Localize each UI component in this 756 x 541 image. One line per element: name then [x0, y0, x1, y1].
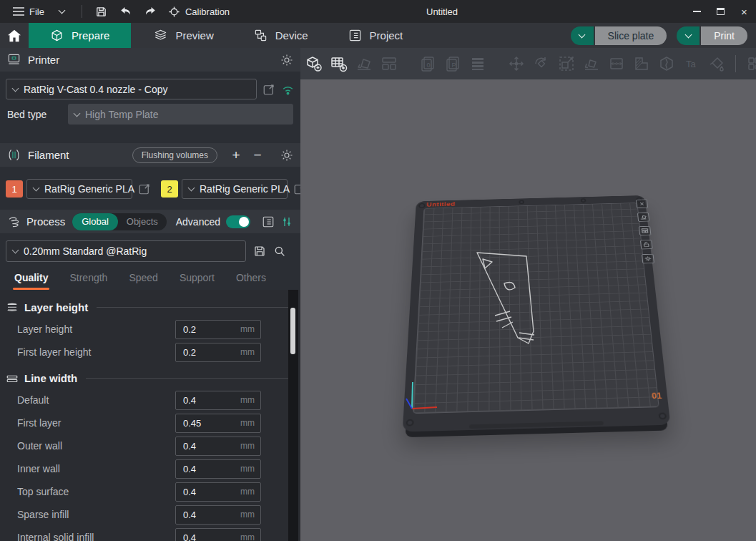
printer-preset-select[interactable]: RatRig V-Cast 0.4 nozzle - Copy	[6, 79, 257, 99]
tab-others[interactable]: Others	[236, 272, 266, 290]
filament-2-swatch[interactable]: 2	[161, 180, 178, 198]
advanced-toggle[interactable]	[226, 215, 250, 228]
process-preset-row: 0.20mm Standard @RatRig	[0, 240, 300, 262]
filament-1-select[interactable]: RatRig Generic PLA	[26, 179, 132, 199]
param-input[interactable]: 0.2 mm	[175, 320, 261, 339]
home-button[interactable]	[0, 23, 29, 48]
undo-button[interactable]	[114, 0, 138, 23]
edit-filament-2-icon[interactable]	[293, 182, 300, 195]
slice-dropdown-button[interactable]	[571, 26, 594, 45]
close-button[interactable]: ×	[732, 0, 756, 23]
tab-prepare[interactable]: Prepare	[29, 23, 131, 48]
build-plate[interactable]: Untitled 01 ×	[403, 195, 671, 432]
cut-tool-icon[interactable]	[607, 54, 626, 73]
rotate-tool-icon[interactable]	[532, 54, 551, 73]
assembly-view-icon[interactable]	[745, 54, 756, 73]
plate-settings-icon[interactable]	[642, 254, 654, 264]
wifi-icon[interactable]	[281, 84, 295, 95]
edit-filament-1-icon[interactable]	[138, 182, 151, 195]
param-row: Sparse infill 0.4 mm	[0, 505, 300, 525]
param-unit: mm	[240, 347, 255, 357]
layer-height-icon	[6, 302, 19, 313]
bed-type-select[interactable]: High Temp Plate	[68, 104, 293, 125]
add-filament-button[interactable]: +	[229, 147, 243, 163]
tab-speed[interactable]: Speed	[129, 272, 157, 290]
save-icon	[95, 6, 107, 18]
file-menu-button[interactable]: File	[7, 0, 50, 23]
move-tool-icon[interactable]	[507, 54, 526, 73]
process-preset-select[interactable]: 0.20mm Standard @RatRig	[6, 240, 246, 262]
arrange-icon[interactable]	[380, 54, 398, 73]
file-menu-dropdown[interactable]	[50, 0, 74, 23]
delete-plate-icon[interactable]: ×	[636, 200, 648, 208]
tab-preview[interactable]: Preview	[137, 23, 230, 48]
minimize-button[interactable]	[685, 0, 709, 23]
tab-strength[interactable]: Strength	[69, 272, 107, 290]
param-input[interactable]: 0.4 mm	[175, 437, 261, 456]
layer-height-group-header: Layer height	[0, 296, 300, 319]
param-input[interactable]: 0.4 mm	[175, 528, 261, 541]
plate-number-label: 01	[651, 391, 662, 401]
save-button[interactable]	[89, 0, 114, 23]
param-input[interactable]: 0.4 mm	[175, 505, 261, 525]
filament-2-select[interactable]: RatRig Generic PLA	[182, 179, 288, 199]
print-dropdown-button[interactable]	[677, 26, 699, 45]
scene-3d[interactable]: Untitled 01 ×	[300, 79, 756, 541]
search-icon[interactable]	[273, 245, 286, 258]
text-tool-icon[interactable]: Ta	[682, 54, 701, 73]
param-input[interactable]: 0.4 mm	[175, 482, 261, 502]
slice-plate-button[interactable]: Slice plate	[595, 26, 667, 45]
add-plate-icon[interactable]	[330, 54, 348, 73]
param-unit: mm	[240, 324, 255, 334]
scrollbar-thumb[interactable]	[290, 308, 295, 354]
lock-plate-icon[interactable]	[640, 240, 653, 249]
param-input[interactable]: 0.4 mm	[175, 391, 261, 410]
split-to-objects-icon[interactable]: 0	[418, 54, 437, 73]
process-preset-value: 0.20mm Standard @RatRig	[24, 245, 147, 257]
param-input[interactable]: 0.2 mm	[175, 343, 261, 362]
lay-on-face-icon[interactable]	[582, 54, 601, 73]
color-paint-icon[interactable]	[707, 54, 726, 73]
tab-support[interactable]: Support	[180, 272, 215, 290]
scope-objects-button[interactable]: Objects	[118, 216, 167, 227]
variable-layer-height-icon[interactable]	[468, 54, 487, 73]
params-scrollbar[interactable]	[288, 290, 298, 541]
printer-block: RatRig V-Cast 0.4 nozzle - Copy Bed type…	[0, 72, 300, 133]
title-bar: File Calibration Untitled	[0, 0, 756, 23]
paint-support-icon[interactable]	[632, 54, 651, 73]
tab-device-label: Device	[275, 29, 308, 42]
print-button[interactable]: Print	[701, 26, 747, 45]
calibration-button[interactable]: Calibration	[162, 0, 235, 23]
mesh-boolean-icon[interactable]	[657, 54, 676, 73]
tab-quality[interactable]: Quality	[14, 272, 48, 290]
filament-settings-gear-icon[interactable]	[280, 149, 293, 162]
param-label: Layer height	[0, 323, 175, 335]
flushing-volumes-button[interactable]: Flushing volumes	[132, 147, 217, 163]
split-to-parts-icon[interactable]: P	[443, 54, 462, 73]
filament-1-swatch[interactable]: 1	[6, 180, 23, 198]
arrange-plate-icon[interactable]	[639, 226, 652, 235]
maximize-button[interactable]	[709, 0, 732, 23]
auto-orient-icon[interactable]	[355, 54, 373, 73]
tab-project[interactable]: Project	[331, 23, 421, 48]
window-title: Untitled	[426, 0, 458, 23]
param-input[interactable]: 0.4 mm	[175, 459, 261, 479]
edit-printer-icon[interactable]	[262, 83, 275, 96]
auto-orient-plate-icon[interactable]	[637, 213, 649, 222]
group-divider-line	[86, 378, 293, 379]
viewport-toolbar: 0 P	[300, 48, 756, 79]
prepare-cube-icon	[50, 29, 64, 42]
param-input[interactable]: 0.45 mm	[175, 414, 261, 433]
printer-settings-gear-icon[interactable]	[280, 54, 293, 67]
scope-global-button[interactable]: Global	[72, 213, 118, 230]
build-plate-surface[interactable]: Untitled 01 ×	[403, 195, 671, 432]
remove-filament-button[interactable]: −	[250, 147, 265, 163]
tab-device[interactable]: Device	[237, 23, 325, 48]
add-object-icon[interactable]	[305, 54, 323, 73]
hamburger-icon	[13, 6, 24, 16]
save-preset-icon[interactable]	[253, 245, 266, 258]
parameter-list-icon[interactable]	[262, 215, 275, 228]
redo-button[interactable]	[138, 0, 162, 23]
tune-icon[interactable]	[280, 215, 293, 228]
scale-tool-icon[interactable]	[557, 54, 576, 73]
